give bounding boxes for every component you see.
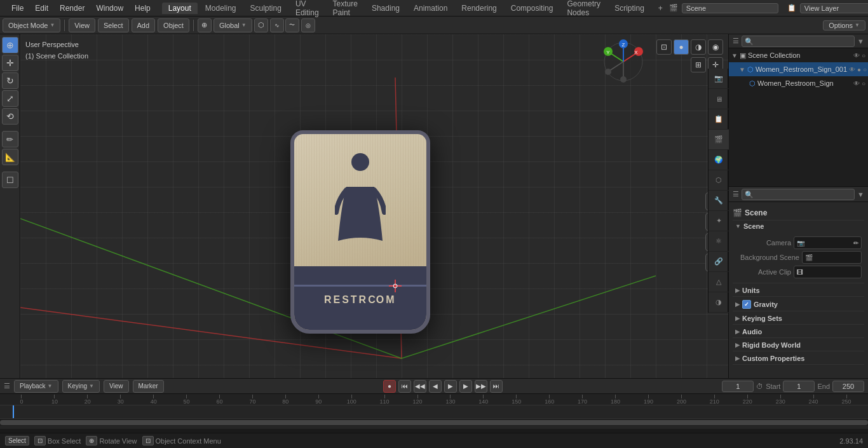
props-object-btn[interactable]: ⬡ [709, 170, 729, 191]
next-frame-btn[interactable]: ▶▶ [475, 380, 487, 393]
rendered-btn[interactable]: ◉ [708, 39, 723, 55]
outliner-filter-btn[interactable]: ▼ [857, 37, 864, 45]
outliner-hide-icon-1[interactable]: ○ [862, 52, 865, 59]
pivot-btn[interactable]: ⬡ [254, 18, 268, 32]
keying-sets-header[interactable]: ▶ Keying Sets [733, 313, 864, 324]
measure-tool[interactable]: 📐 [2, 149, 18, 165]
tab-layout[interactable]: Layout [162, 3, 198, 14]
timeline-view-menu[interactable]: View [104, 380, 129, 393]
props-output-btn[interactable]: 🖥 [709, 89, 729, 109]
props-material-btn[interactable]: ◑ [709, 292, 729, 313]
solid-btn[interactable]: ● [674, 39, 689, 55]
constraint-x[interactable]: ∿ [270, 18, 284, 32]
overlay-btn[interactable]: ⊞ [691, 57, 706, 72]
mode-selector[interactable]: Object Mode ▼ [3, 18, 60, 32]
annotate-tool[interactable]: ✏ [2, 131, 18, 147]
start-frame-input[interactable] [783, 381, 815, 392]
prev-frame-btn[interactable]: ◀◀ [414, 380, 426, 393]
object-menu[interactable]: Object [158, 18, 189, 32]
tab-shading[interactable]: Shading [365, 3, 406, 14]
viewport[interactable]: User Perspective (1) Scene Collection [20, 34, 728, 429]
tab-scripting[interactable]: Scripting [608, 3, 651, 14]
clock-icon[interactable]: ⏱ [756, 383, 763, 390]
outliner-search[interactable] [742, 36, 855, 47]
outliner-sign[interactable]: ⬡ Women_Restroom_Sign 👁 ○ [729, 76, 868, 90]
current-frame-input[interactable] [722, 381, 754, 392]
outliner-hide-icon-2[interactable]: ○ [863, 66, 867, 73]
scene-collapsible-header[interactable]: ▼ Scene [733, 221, 864, 232]
scene-input[interactable] [682, 3, 778, 13]
active-clip-field[interactable]: 🎞 [794, 266, 862, 278]
menu-window[interactable]: Window [91, 3, 128, 14]
material-btn[interactable]: ◑ [691, 39, 706, 55]
props-filter-btn[interactable]: ▼ [857, 191, 864, 198]
rotate-tool[interactable]: ↻ [2, 72, 18, 89]
camera-field[interactable]: 📷 ✏ [794, 236, 862, 249]
playback-menu[interactable]: Playback ▼ [14, 380, 58, 393]
menu-file[interactable]: File [6, 3, 29, 14]
props-mode-btn[interactable]: ☰ [733, 190, 739, 198]
timeline-scrollbar[interactable] [0, 418, 868, 426]
cursor-tool[interactable]: ⊕ [2, 37, 18, 53]
rigid-body-header[interactable]: ▶ Rigid Body World [733, 339, 864, 351]
transform-mode[interactable]: Global ▼ [214, 18, 252, 32]
units-header[interactable]: ▶ Units [733, 285, 864, 296]
wireframe-btn[interactable]: ⊡ [656, 39, 672, 55]
add-menu[interactable]: Add [132, 18, 156, 32]
timeline-mode-btn[interactable]: ☰ [4, 382, 10, 390]
transform-tool[interactable]: ⟲ [2, 108, 18, 125]
menu-render[interactable]: Render [55, 3, 90, 14]
outliner-eye-icon-1[interactable]: 👁 [853, 52, 860, 59]
tab-compositing[interactable]: Compositing [505, 3, 560, 14]
select-menu[interactable]: Select [98, 18, 129, 32]
options-btn[interactable]: Options ▼ [823, 20, 865, 31]
tab-sculpting[interactable]: Sculpting [244, 3, 288, 14]
add-cube-tool[interactable]: ☐ [2, 172, 18, 188]
play-btn[interactable]: ▶ [444, 380, 457, 393]
props-scene-btn[interactable]: 🎬 [709, 130, 729, 150]
menu-edit[interactable]: Edit [30, 3, 53, 14]
jump-start-btn[interactable]: ⏮ [398, 380, 411, 393]
move-tool[interactable]: ✛ [2, 55, 18, 71]
outliner-eye-icon-3[interactable]: 👁 [853, 80, 860, 87]
snap-btn[interactable]: ⊕ [198, 18, 212, 32]
view-layer-input[interactable] [800, 3, 868, 13]
menu-help[interactable]: Help [130, 3, 156, 14]
tab-add[interactable]: + [652, 3, 669, 14]
props-data-btn[interactable]: △ [709, 272, 729, 292]
view-menu[interactable]: View [69, 18, 95, 32]
gravity-check-box[interactable]: ✓ [742, 300, 751, 309]
tab-modeling[interactable]: Modeling [199, 3, 243, 14]
props-search[interactable] [742, 189, 855, 200]
tab-geometry-nodes[interactable]: Geometry Nodes [560, 0, 607, 18]
tab-uv-editing[interactable]: UV Editing [289, 0, 325, 18]
camera-edit-btn[interactable]: ✏ [853, 240, 858, 247]
props-world-btn[interactable]: 🌍 [709, 150, 729, 170]
outliner-eye-icon-2[interactable]: 👁 [849, 66, 855, 73]
jump-end-btn[interactable]: ⏭ [490, 380, 503, 393]
props-constraints-btn[interactable]: 🔗 [709, 252, 729, 272]
props-physics-btn[interactable]: ⚛ [709, 231, 729, 252]
scrollbar-thumb[interactable] [0, 420, 868, 425]
gravity-header[interactable]: ▶ ✓ Gravity [733, 298, 864, 311]
custom-props-header[interactable]: ▶ Custom Properties [733, 353, 864, 364]
outliner-select-icon[interactable]: ● [857, 66, 861, 73]
scale-tool[interactable]: ⤢ [2, 90, 18, 107]
prev-keyframe-btn[interactable]: ◀ [429, 380, 442, 393]
next-keyframe-btn[interactable]: ▶ [459, 380, 472, 393]
props-view-layer-btn[interactable]: 📋 [709, 109, 729, 130]
marker-menu[interactable]: Marker [133, 380, 164, 393]
outliner-scene-collection[interactable]: ▼ ▣ Scene Collection 👁 ○ [729, 48, 868, 62]
record-btn[interactable]: ● [383, 380, 396, 393]
constraint-y[interactable]: 〜 [285, 18, 299, 32]
end-frame-input[interactable] [832, 381, 864, 392]
tab-animation[interactable]: Animation [407, 3, 454, 14]
outliner-sign-001[interactable]: ▼ ⬡ Women_Restroom_Sign_001 👁 ● ○ [729, 62, 868, 76]
proportional-btn[interactable]: ◎ [301, 18, 315, 32]
props-modifier-btn[interactable]: 🔧 [709, 191, 729, 211]
audio-header[interactable]: ▶ Audio [733, 326, 864, 337]
outliner-hide-icon-3[interactable]: ○ [862, 80, 865, 87]
props-render-btn[interactable]: 📷 [709, 69, 729, 89]
props-particles-btn[interactable]: ✦ [709, 211, 729, 231]
timeline-track[interactable] [0, 405, 868, 418]
